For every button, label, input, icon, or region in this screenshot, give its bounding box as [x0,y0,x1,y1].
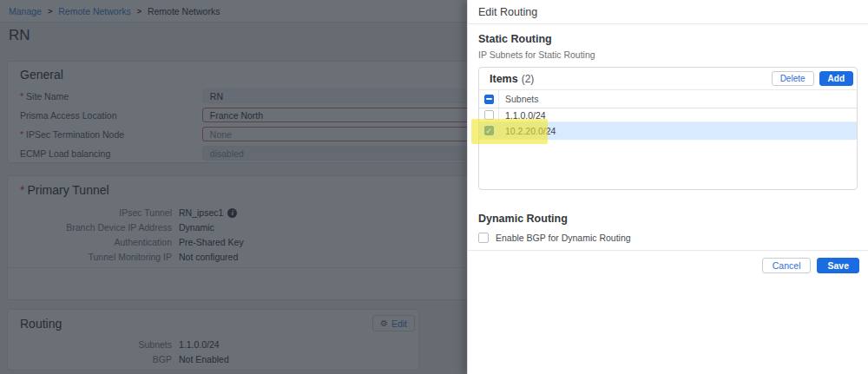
app-window: Manage > Remote Networks > Remote Networ… [0,0,868,374]
static-routing-heading: Static Routing [478,33,858,45]
drawer-body: Static Routing IP Subnets for Static Rou… [468,24,868,243]
drawer-footer: Cancel Save [762,258,859,273]
row-checkbox[interactable]: ✓ [484,126,494,135]
select-all-checkbox[interactable] [484,95,494,104]
row-checkbox-cell: ✓ [479,122,499,139]
table-header: Subnets [479,89,857,108]
indeterminate-dash [486,98,492,100]
edit-routing-drawer: Edit Routing Static Routing IP Subnets f… [467,0,868,374]
table-row[interactable]: ✓ 10.2.20.0/24 [479,122,857,140]
row-checkbox[interactable] [484,110,494,120]
items-count: (2) [522,73,535,85]
dynamic-routing-heading: Dynamic Routing [478,213,858,225]
subnets-column-header: Subnets [499,94,539,104]
footer-divider [468,250,868,251]
enable-bgp-row: Enable BGP for Dynamic Routing [478,233,858,243]
modal-backdrop [0,0,467,374]
header-checkbox-cell [479,90,499,108]
subnet-cell: 10.2.20.0/24 [499,126,556,136]
add-button[interactable]: Add [819,71,853,86]
items-toolbar: Items (2) Delete Add [479,68,857,89]
enable-bgp-label: Enable BGP for Dynamic Routing [496,233,631,243]
cancel-button[interactable]: Cancel [762,258,812,273]
table-row[interactable]: 1.1.0.0/24 [479,108,857,122]
items-label: Items [490,73,518,85]
static-routing-subheading: IP Subnets for Static Routing [478,49,858,60]
enable-bgp-checkbox[interactable] [478,233,489,243]
drawer-title: Edit Routing [468,0,868,24]
save-button[interactable]: Save [817,258,859,273]
subnets-items-card: Items (2) Delete Add Subnets [478,67,858,190]
row-checkbox-cell [479,108,499,121]
delete-button[interactable]: Delete [772,71,814,86]
subnet-cell: 1.1.0.0/24 [499,110,546,121]
